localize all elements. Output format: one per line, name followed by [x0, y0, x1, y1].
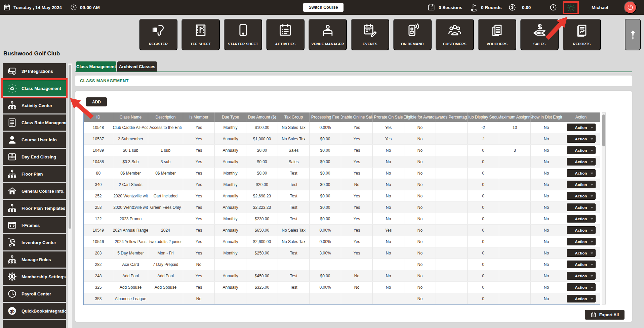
sidebar-item-floor-plan[interactable]: Floor Plan — [3, 166, 66, 182]
sidebar-item-general-course-info-[interactable]: General Course Info. — [3, 183, 66, 199]
report-icon — [574, 23, 589, 38]
row-action-button[interactable]: Action — [567, 238, 596, 245]
sidebar-item-class-management[interactable]: Class Management — [3, 80, 66, 96]
row-action-button[interactable]: Action — [567, 135, 596, 143]
list-doc-icon — [7, 118, 17, 128]
toolbar-button-reports[interactable]: REPORTS — [563, 19, 601, 50]
sidebar-item-partial[interactable] — [3, 320, 66, 328]
sidebar-scrollbar[interactable] — [68, 63, 72, 328]
table-cell: Yes — [183, 282, 215, 293]
toolbar-button-venue-manager[interactable]: VENUE MANAGER — [309, 19, 347, 50]
export-all-button[interactable]: Export All — [585, 310, 625, 320]
table-cell: 10548 — [84, 122, 113, 133]
column-header: Club Display Seque — [468, 112, 499, 122]
table-cell: 2020 Wentzville wit — [113, 190, 148, 201]
row-action-button[interactable]: Action — [567, 249, 596, 257]
table-cell: Cart Included — [148, 190, 183, 201]
row-action-button[interactable]: Action — [567, 169, 596, 177]
switch-course-button[interactable]: Switch Course — [303, 3, 344, 12]
table-cell: 0$ Member — [113, 168, 148, 179]
table-scrollbar-thumb[interactable] — [602, 114, 605, 146]
toolbar-button-starter-sheet[interactable]: STARTER SHEET — [224, 19, 262, 50]
sidebar-item-membership-settings[interactable]: Membership Settings — [3, 269, 66, 285]
row-action-button[interactable]: Action — [567, 158, 596, 166]
column-header: Prorate On Sale — [373, 112, 404, 122]
tab-class-management[interactable]: Class Management — [76, 61, 116, 72]
sidebar-item-day-end-closing[interactable]: Day End Closing — [3, 149, 66, 165]
row-action-button[interactable]: Action — [567, 283, 596, 291]
table-cell — [310, 293, 341, 304]
table-cell — [499, 236, 531, 247]
row-action-button[interactable]: Action — [567, 295, 596, 302]
row-action-button[interactable]: Action — [567, 192, 596, 200]
current-time: 09:00 AM — [80, 5, 100, 10]
table-scrollbar[interactable] — [602, 112, 606, 304]
toolbar-button-tee-sheet[interactable]: TEE SHEET — [182, 19, 220, 50]
row-action-button[interactable]: Action — [567, 203, 596, 211]
row-action-button[interactable]: Action — [567, 261, 596, 268]
row-action-button[interactable]: Action — [567, 215, 596, 223]
table-cell: 325 — [84, 282, 113, 293]
sidebar-item-payroll-center[interactable]: Payroll Center — [3, 286, 66, 302]
row-action-button[interactable]: Action — [567, 124, 596, 131]
home-icon — [7, 186, 17, 196]
sidebar-item-3p-integrations[interactable]: 3P Integrations — [3, 63, 66, 79]
row-action-button[interactable]: Action — [567, 272, 596, 280]
user-name[interactable]: Michael — [592, 5, 608, 10]
table-cell: 3 sub — [148, 156, 183, 167]
org-icon — [7, 100, 17, 110]
table-cell: Annually — [215, 156, 246, 167]
tab-archived-classes[interactable]: Archived Classes — [117, 61, 157, 72]
table-cell — [499, 156, 531, 167]
table-cell: Yes — [183, 133, 215, 144]
toolbar-button-customers[interactable]: CUSTOMERS — [436, 19, 474, 50]
toolbar-button-events[interactable]: EVENTS — [351, 19, 389, 50]
table-cell: No — [404, 247, 436, 259]
table-cell: $1,000.00 — [246, 133, 278, 144]
row-action-button[interactable]: Action — [567, 181, 596, 188]
toolbar-button-register[interactable]: REGISTER — [139, 19, 177, 50]
row-action-button[interactable]: Action — [567, 226, 596, 234]
sidebar-item-quickbooksintegration[interactable]: qbQuickBooksIntegration — [3, 303, 66, 319]
toolbar-button-on-demand[interactable]: ON DEMAND — [393, 19, 432, 50]
table-cell: Yes — [183, 225, 215, 236]
sidebar-item-class-rate-management[interactable]: Class Rate Management — [3, 114, 66, 131]
table-cell: $250.00 — [246, 247, 278, 259]
table-cell: No — [404, 179, 436, 190]
sidebar-item-i-frames[interactable]: I-Frames — [3, 217, 66, 233]
dropdown-caret-icon — [591, 173, 593, 174]
sidebar-item-floor-plan-templates[interactable]: Floor Plan Templates — [3, 200, 66, 216]
sidebar-scrollbar-thumb[interactable] — [69, 65, 71, 229]
table-cell: 0 — [468, 293, 499, 304]
table-cell: Yes — [373, 225, 404, 236]
table-cell — [310, 259, 341, 270]
dropdown-caret-icon — [591, 184, 593, 186]
club-name: Bushwood Golf Club — [3, 50, 71, 57]
collapse-toolbar-button[interactable] — [625, 19, 641, 50]
toolbar-button-sales[interactable]: SALES — [520, 19, 559, 50]
table-cell: 0 — [468, 259, 499, 270]
toolbar-button-vouchers[interactable]: VOUCHERS — [478, 19, 516, 50]
add-class-button[interactable]: ADD — [86, 97, 107, 106]
table-cell — [436, 145, 468, 156]
toolbar-button-activities[interactable]: ACTIVITIES — [266, 19, 305, 50]
table-cell: No — [531, 247, 562, 259]
settings-gear-icon[interactable] — [566, 3, 575, 12]
table-cell-action: Action — [562, 122, 600, 133]
table-cell: No — [531, 179, 562, 190]
sidebar-item-inventory-center[interactable]: Inventory Center — [3, 234, 66, 250]
table-cell — [436, 168, 468, 179]
sidebar-item-course-user-info[interactable]: Course User Info — [3, 132, 66, 148]
sidebar-item-manage-roles[interactable]: Manage Roles — [3, 251, 66, 268]
table-cell: 0 — [468, 282, 499, 293]
row-action-button[interactable]: Action — [567, 146, 596, 154]
time-clock-button[interactable] — [549, 3, 557, 11]
table-cell — [373, 293, 404, 304]
sidebar-item-activity-center[interactable]: Activity Center — [3, 97, 66, 113]
logout-power-button[interactable] — [624, 1, 637, 14]
table-cell: 253 — [84, 202, 113, 213]
dollar-circle-icon — [508, 3, 516, 11]
dropdown-caret-icon — [591, 218, 593, 220]
table-cell: 0 — [468, 213, 499, 224]
table-cell: Test — [278, 190, 310, 201]
